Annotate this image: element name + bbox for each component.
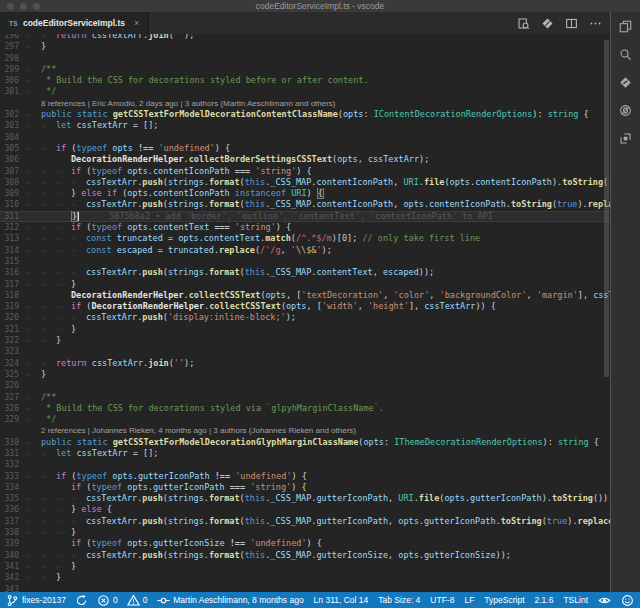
- code-row[interactable]: 339→→→if (typeof opts.gutterIconSize !==…: [0, 538, 610, 549]
- line-number[interactable]: 299: [0, 64, 26, 75]
- code-row[interactable]: 302→public static getCSSTextForModelDeco…: [0, 109, 610, 120]
- code-row[interactable]: 330→public static getCSSTextForModelDeco…: [0, 437, 610, 448]
- code-row[interactable]: 331→→let cssTextArr = [];: [0, 448, 610, 459]
- more-actions-button[interactable]: [589, 17, 602, 30]
- line-number[interactable]: 310: [0, 199, 26, 210]
- line-number[interactable]: 326: [0, 380, 26, 391]
- code-row[interactable]: 299→/**: [0, 64, 610, 75]
- code-row[interactable]: 305→→if (typeof opts !== 'undefined') {: [0, 143, 610, 154]
- line-number[interactable]: 339: [0, 538, 26, 549]
- status-feedback[interactable]: [621, 594, 634, 607]
- minimize-window-button[interactable]: [20, 3, 27, 10]
- code-row[interactable]: 297→}: [0, 41, 610, 52]
- codelens-row[interactable]: 2 references | Johannes Rieken, 4 months…: [0, 425, 610, 436]
- code-row[interactable]: 333→→if (typeof opts.gutterIconPath !== …: [0, 471, 610, 482]
- code-row[interactable]: 325→}: [0, 369, 610, 380]
- line-number[interactable]: 333: [0, 471, 26, 482]
- status-encoding[interactable]: UTF-8: [430, 595, 454, 605]
- open-changes-button[interactable]: [541, 17, 554, 30]
- code-row[interactable]: 336→→→} else {: [0, 504, 610, 515]
- zoom-window-button[interactable]: [33, 3, 40, 10]
- line-number[interactable]: 309: [0, 188, 26, 199]
- code-row[interactable]: 298: [0, 53, 610, 64]
- open-preview-button[interactable]: [517, 17, 530, 30]
- code-row[interactable]: 321→→→}: [0, 324, 610, 335]
- status-errors[interactable]: 0: [97, 594, 118, 607]
- status-ts-version[interactable]: 2.1.6: [535, 595, 554, 605]
- code-row[interactable]: 335→→→→cssTextArr.push(strings.format(th…: [0, 493, 610, 504]
- title-bar[interactable]: codeEditorServiceImpl.ts - vscode: [0, 0, 640, 12]
- line-number[interactable]: 311: [0, 211, 26, 222]
- line-number[interactable]: 338: [0, 527, 26, 538]
- code-editor[interactable]: 296→→return cssTextArr.join('');297→}298…: [0, 34, 610, 592]
- line-number[interactable]: 318: [0, 290, 26, 301]
- code-row[interactable]: 338→→→}: [0, 527, 610, 538]
- line-number[interactable]: 297: [0, 41, 26, 52]
- activity-files[interactable]: [615, 19, 637, 34]
- line-number[interactable]: 296: [0, 34, 26, 41]
- activity-extensions[interactable]: [615, 131, 637, 146]
- line-number[interactable]: 343: [0, 584, 26, 592]
- line-number[interactable]: 307: [0, 166, 26, 177]
- code-row[interactable]: 332: [0, 459, 610, 470]
- code-row[interactable]: 303→→let cssTextArr = [];: [0, 120, 610, 131]
- line-number[interactable]: 306: [0, 154, 26, 165]
- line-number[interactable]: 321: [0, 324, 26, 335]
- line-number[interactable]: 320: [0, 312, 26, 323]
- code-row[interactable]: 319→→→if (DecorationRenderHelper.collect…: [0, 301, 610, 312]
- line-number[interactable]: [0, 425, 26, 436]
- line-number[interactable]: 328: [0, 403, 26, 414]
- activity-debug[interactable]: [615, 103, 637, 118]
- line-number[interactable]: 340: [0, 550, 26, 561]
- line-number[interactable]: 331: [0, 448, 26, 459]
- line-number[interactable]: 308: [0, 177, 26, 188]
- status-eol[interactable]: LF: [464, 595, 474, 605]
- tab-code-editor-service-impl[interactable]: TS codeEditorServiceImpl.ts ×: [0, 12, 149, 34]
- code-row[interactable]: 309→→→} else if (opts.contentIconPath in…: [0, 188, 610, 199]
- line-number[interactable]: 298: [0, 53, 26, 64]
- line-number[interactable]: 303: [0, 120, 26, 131]
- code-row[interactable]: 311→→→}5875b8a2 • add 'border', 'outline…: [0, 211, 610, 222]
- close-window-button[interactable]: [7, 3, 14, 10]
- line-number[interactable]: 332: [0, 459, 26, 470]
- status-toggle-blame[interactable]: [598, 594, 611, 607]
- line-number[interactable]: 305: [0, 143, 26, 154]
- code-row[interactable]: 334→→→if (typeof opts.gutterIconPath ===…: [0, 482, 610, 493]
- close-tab-icon[interactable]: ×: [134, 18, 139, 28]
- line-number[interactable]: 322: [0, 335, 26, 346]
- code-row[interactable]: 329→ */: [0, 414, 610, 425]
- line-number[interactable]: 329: [0, 414, 26, 425]
- status-tab-size[interactable]: Tab Size: 4: [378, 595, 420, 605]
- code-row[interactable]: 326: [0, 380, 610, 391]
- code-row[interactable]: 304: [0, 132, 610, 143]
- activity-source-control[interactable]: [615, 75, 637, 90]
- line-number[interactable]: 336: [0, 504, 26, 515]
- status-language-mode[interactable]: TypeScript: [484, 595, 524, 605]
- line-number[interactable]: 315: [0, 256, 26, 267]
- line-number[interactable]: 323: [0, 346, 26, 357]
- code-row[interactable]: 296→→return cssTextArr.join('');: [0, 34, 610, 41]
- code-row[interactable]: 300→ * Build the CSS for decorations sty…: [0, 75, 610, 86]
- status-git-branch[interactable]: fixes-20137: [6, 594, 66, 607]
- code-row[interactable]: 315: [0, 256, 610, 267]
- code-row[interactable]: 343: [0, 584, 610, 592]
- code-row[interactable]: 340→→→→cssTextArr.push(strings.format(th…: [0, 550, 610, 561]
- code-row[interactable]: 320→→→→cssTextArr.push('display:inline-b…: [0, 312, 610, 323]
- line-number[interactable]: 335: [0, 493, 26, 504]
- code-row[interactable]: 317→→→}: [0, 279, 610, 290]
- line-number[interactable]: 327: [0, 392, 26, 403]
- codelens-text[interactable]: 8 references | Eric Amodio, 2 days ago |…: [26, 98, 610, 109]
- code-row[interactable]: 310→→→→cssTextArr.push(strings.format(th…: [0, 199, 610, 210]
- line-number[interactable]: 312: [0, 222, 26, 233]
- split-editor-button[interactable]: [565, 17, 578, 30]
- code-row[interactable]: 318→→→DecorationRenderHelper.collectCSST…: [0, 290, 610, 301]
- line-number[interactable]: 317: [0, 279, 26, 290]
- line-number[interactable]: 325: [0, 369, 26, 380]
- code-row[interactable]: 313→→→→const truncated = opts.contentTex…: [0, 233, 610, 244]
- code-row[interactable]: 316→→→→cssTextArr.push(strings.format(th…: [0, 267, 610, 278]
- status-sync[interactable]: [75, 594, 88, 607]
- line-number[interactable]: 313: [0, 233, 26, 244]
- line-number[interactable]: 342: [0, 572, 26, 583]
- line-number[interactable]: 319: [0, 301, 26, 312]
- code-row[interactable]: 327→/**: [0, 392, 610, 403]
